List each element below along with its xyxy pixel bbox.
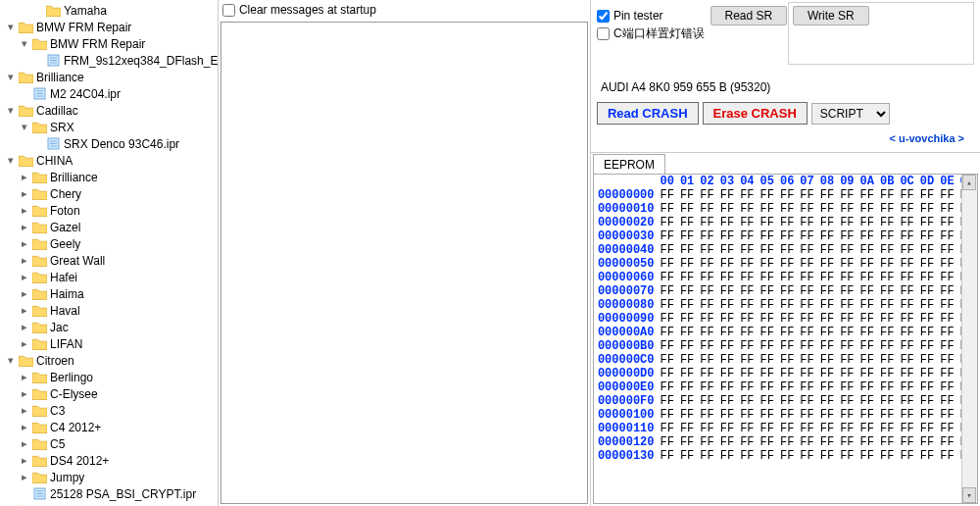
- hex-cell[interactable]: FF: [658, 202, 677, 216]
- hex-cell[interactable]: FF: [777, 312, 797, 326]
- eeprom-tab[interactable]: EEPROM: [593, 154, 665, 175]
- hex-cell[interactable]: FF: [777, 271, 797, 284]
- expander-icon[interactable]: ▾: [18, 37, 31, 50]
- hex-cell[interactable]: FF: [837, 312, 857, 326]
- c-port-checkbox[interactable]: C端口样置灯错误: [597, 25, 705, 42]
- expander-icon[interactable]: ▾: [4, 21, 18, 33]
- pin-tester-checkbox[interactable]: Pin tester: [597, 9, 705, 23]
- hex-cell[interactable]: FF: [897, 380, 916, 394]
- hex-cell[interactable]: FF: [837, 202, 857, 216]
- hex-cell[interactable]: FF: [758, 339, 777, 353]
- hex-cell[interactable]: FF: [837, 408, 857, 422]
- hex-cell[interactable]: FF: [777, 339, 797, 353]
- expander-icon[interactable]: ▸: [18, 421, 31, 433]
- hex-cell[interactable]: FF: [737, 284, 757, 298]
- hex-cell[interactable]: FF: [897, 367, 916, 380]
- hex-cell[interactable]: FF: [817, 422, 837, 435]
- hex-cell[interactable]: FF: [797, 422, 816, 435]
- hex-cell[interactable]: FF: [817, 202, 837, 216]
- hex-cell[interactable]: FF: [737, 243, 757, 257]
- hex-cell[interactable]: FF: [777, 188, 797, 202]
- tree-folder[interactable]: ▸C3: [0, 402, 218, 419]
- hex-cell[interactable]: FF: [877, 271, 897, 284]
- hex-cell[interactable]: FF: [937, 284, 956, 298]
- hex-cell[interactable]: FF: [677, 257, 697, 271]
- hex-cell[interactable]: FF: [937, 188, 956, 202]
- hex-cell[interactable]: FF: [737, 408, 757, 422]
- tree-folder[interactable]: ▾SRX: [0, 119, 218, 135]
- hex-cell[interactable]: FF: [897, 284, 916, 298]
- hex-cell[interactable]: FF: [817, 449, 837, 463]
- hex-cell[interactable]: FF: [717, 298, 737, 312]
- hex-cell[interactable]: FF: [897, 449, 916, 463]
- hex-viewer[interactable]: 000102030405060708090A0B0C0D0E0F00000000…: [593, 174, 978, 504]
- hex-cell[interactable]: FF: [858, 408, 877, 422]
- hex-cell[interactable]: FF: [937, 243, 956, 257]
- hex-cell[interactable]: FF: [677, 449, 697, 463]
- hex-cell[interactable]: FF: [697, 394, 716, 408]
- hex-cell[interactable]: FF: [797, 408, 816, 422]
- hex-cell[interactable]: FF: [917, 408, 937, 422]
- hex-cell[interactable]: FF: [917, 216, 937, 229]
- hex-cell[interactable]: FF: [817, 339, 837, 353]
- hex-cell[interactable]: FF: [917, 326, 937, 339]
- expander-icon[interactable]: ▸: [18, 337, 31, 350]
- hex-cell[interactable]: FF: [937, 394, 956, 408]
- hex-cell[interactable]: FF: [937, 353, 956, 367]
- hex-cell[interactable]: FF: [837, 394, 857, 408]
- hex-cell[interactable]: FF: [677, 394, 697, 408]
- hex-cell[interactable]: FF: [737, 380, 757, 394]
- hex-cell[interactable]: FF: [677, 422, 697, 435]
- hex-cell[interactable]: FF: [937, 408, 956, 422]
- read-sr-button[interactable]: Read SR: [710, 6, 787, 25]
- hex-cell[interactable]: FF: [917, 394, 937, 408]
- hex-cell[interactable]: FF: [777, 284, 797, 298]
- hex-cell[interactable]: FF: [877, 339, 897, 353]
- hex-cell[interactable]: FF: [858, 435, 877, 449]
- hex-cell[interactable]: FF: [797, 353, 816, 367]
- expander-icon[interactable]: ▸: [18, 287, 31, 300]
- hex-cell[interactable]: FF: [877, 380, 897, 394]
- hex-cell[interactable]: FF: [817, 312, 837, 326]
- hex-cell[interactable]: FF: [837, 229, 857, 243]
- hex-cell[interactable]: FF: [877, 312, 897, 326]
- hex-cell[interactable]: FF: [737, 216, 757, 229]
- hex-cell[interactable]: FF: [697, 353, 716, 367]
- tree-folder[interactable]: ▸Jac: [0, 319, 218, 335]
- tree-folder[interactable]: ▸Foton: [0, 202, 218, 219]
- hex-cell[interactable]: FF: [917, 435, 937, 449]
- hex-cell[interactable]: FF: [777, 435, 797, 449]
- hex-cell[interactable]: FF: [817, 216, 837, 229]
- hex-cell[interactable]: FF: [797, 216, 816, 229]
- hex-cell[interactable]: FF: [697, 380, 716, 394]
- hex-cell[interactable]: FF: [697, 202, 716, 216]
- tree-folder[interactable]: ▸Great Wall: [0, 252, 218, 269]
- hex-cell[interactable]: FF: [917, 339, 937, 353]
- hex-cell[interactable]: FF: [858, 188, 877, 202]
- hex-cell[interactable]: FF: [677, 271, 697, 284]
- expander-icon[interactable]: ▸: [18, 404, 31, 417]
- hex-cell[interactable]: FF: [717, 449, 737, 463]
- tree-folder[interactable]: ▸C4 2012+: [0, 419, 218, 435]
- hex-cell[interactable]: FF: [717, 229, 737, 243]
- hex-cell[interactable]: FF: [737, 229, 757, 243]
- log-textarea[interactable]: [220, 22, 588, 504]
- hex-cell[interactable]: FF: [758, 202, 777, 216]
- hex-cell[interactable]: FF: [837, 380, 857, 394]
- hex-cell[interactable]: FF: [858, 216, 877, 229]
- hex-cell[interactable]: FF: [858, 202, 877, 216]
- hex-cell[interactable]: FF: [677, 312, 697, 326]
- hex-cell[interactable]: FF: [797, 298, 816, 312]
- scroll-up-button[interactable]: ▴: [962, 175, 976, 190]
- hex-cell[interactable]: FF: [777, 229, 797, 243]
- hex-cell[interactable]: FF: [677, 188, 697, 202]
- hex-cell[interactable]: FF: [758, 435, 777, 449]
- hex-cell[interactable]: FF: [797, 380, 816, 394]
- hex-cell[interactable]: FF: [758, 367, 777, 380]
- hex-cell[interactable]: FF: [677, 229, 697, 243]
- hex-cell[interactable]: FF: [697, 312, 716, 326]
- hex-cell[interactable]: FF: [837, 326, 857, 339]
- hex-cell[interactable]: FF: [777, 202, 797, 216]
- hex-cell[interactable]: FF: [758, 408, 777, 422]
- hex-cell[interactable]: FF: [917, 257, 937, 271]
